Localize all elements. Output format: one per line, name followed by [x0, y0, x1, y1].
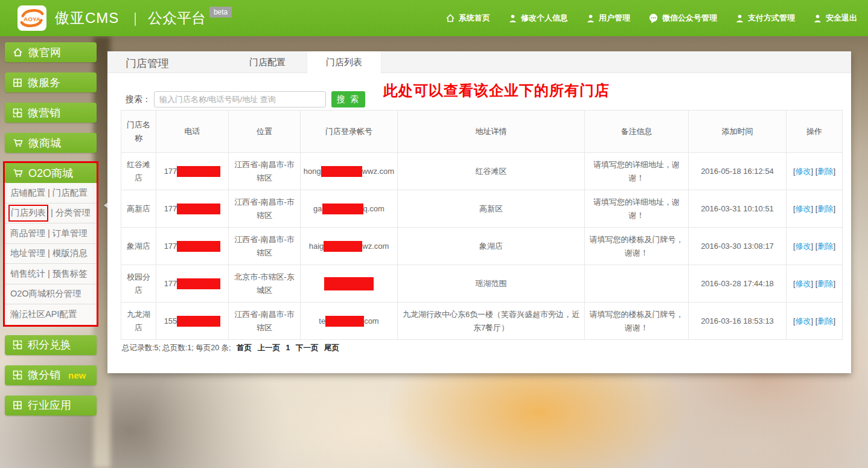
tab-store-list[interactable]: 门店列表: [307, 51, 381, 74]
grid-icon: [13, 78, 22, 88]
store-note: 请填写您的楼栋及门牌号，谢谢！: [585, 303, 689, 340]
nav-label: 用户管理: [599, 13, 630, 24]
row-actions: [修改] [删除]: [787, 303, 843, 340]
delete-link[interactable]: 删除: [817, 204, 833, 213]
nav-wechat-account-management[interactable]: 微信公众号管理: [648, 13, 717, 24]
search-input[interactable]: [154, 91, 326, 107]
nav-label: 安全退出: [826, 13, 857, 24]
pagination-page-1[interactable]: 1: [286, 344, 290, 352]
submenu-label: | 分类管理: [48, 207, 91, 219]
new-badge: new: [68, 370, 86, 380]
store-account: gaq.com: [301, 190, 398, 228]
cart-icon: [13, 138, 23, 148]
submenu-sales-presale[interactable]: 销售统计 | 预售标签: [5, 264, 97, 284]
modify-link[interactable]: 修改: [796, 316, 811, 325]
nav-system-home[interactable]: 系统首页: [445, 13, 490, 24]
store-address: 高新区: [398, 190, 585, 228]
nav-edit-profile[interactable]: 修改个人信息: [508, 13, 568, 24]
store-account: tecom: [301, 303, 398, 340]
panel-header: 门店管理 门店配置 门店列表: [107, 51, 851, 73]
pagination-last[interactable]: 尾页: [324, 344, 339, 352]
table-row: 高新店 177 江西省-南昌市-市辖区 gaq.com 高新区 请填写您的详细地…: [121, 190, 843, 228]
sync-icon: [13, 108, 22, 118]
sync-icon: [13, 370, 22, 380]
nav-label: 支付方式管理: [748, 13, 795, 24]
redacted-block: [177, 204, 220, 214]
store-add-time: 2016-03-28 17:44:18: [689, 265, 787, 303]
sidebar-item-micro-mall[interactable]: 微商城: [5, 133, 97, 153]
submenu-address-template[interactable]: 地址管理 | 模版消息: [5, 244, 97, 264]
redacted-block: [321, 166, 362, 177]
store-note: 请填写您的详细地址，谢谢！: [585, 190, 689, 228]
redacted-block: [177, 166, 220, 177]
col-note: 备注信息: [585, 111, 689, 153]
row-actions: [修改] [删除]: [787, 228, 843, 265]
store-name: 红谷滩店: [121, 153, 156, 190]
modify-link[interactable]: 修改: [796, 167, 811, 176]
store-name: 校园分店: [121, 265, 156, 303]
modify-link[interactable]: 修改: [796, 242, 811, 251]
submenu-product-order[interactable]: 商品管理 | 订单管理: [5, 223, 97, 244]
user-icon: [813, 14, 822, 23]
store-add-time: 2016-03-30 13:08:17: [689, 228, 787, 265]
sidebar-item-micro-distribution[interactable]: 微分销 new: [5, 365, 97, 385]
cart-icon: [13, 168, 23, 178]
submenu-shop-config[interactable]: 店铺配置 | 门店配置: [5, 183, 97, 204]
submenu-o2o-points[interactable]: O2O商城积分管理: [5, 284, 97, 305]
modify-link[interactable]: 修改: [796, 279, 811, 288]
pagination-first[interactable]: 首页: [237, 344, 252, 352]
pagination-next[interactable]: 下一页: [296, 344, 319, 352]
nav-logout[interactable]: 安全退出: [813, 13, 857, 24]
col-store-name: 门店名称: [121, 111, 156, 153]
sidebar-item-points-exchange[interactable]: 积分兑换: [5, 335, 97, 355]
o2o-submenu: 店铺配置 | 门店配置 门店列表 | 分类管理 商品管理 | 订单管理 地址管理…: [5, 183, 97, 325]
tab-store-config[interactable]: 门店配置: [228, 51, 307, 73]
delete-link[interactable]: 删除: [817, 167, 833, 176]
sidebar-item-label: 行业应用: [28, 398, 71, 412]
delete-link[interactable]: 删除: [817, 316, 833, 325]
store-address: 红谷滩区: [398, 153, 585, 190]
svg-text:AOYA: AOYA: [24, 16, 40, 22]
store-name: 象湖店: [121, 228, 156, 265]
store-phone: 177: [156, 190, 229, 228]
submenu-label: 瀚沄社区API配置: [10, 309, 77, 320]
store-note: [585, 265, 689, 303]
delete-link[interactable]: 删除: [817, 242, 833, 251]
sidebar: 微官网 微服务 微营销 微商城 O2O商城 店铺配置 | 门店配置 门店列表 |…: [5, 42, 97, 426]
home-icon: [445, 13, 455, 23]
table-row: 校园分店 177 北京市-市辖区-东城区 瑶湖范围 2016-03-28 17:…: [121, 265, 843, 303]
store-address: 瑶湖范围: [398, 265, 585, 303]
sidebar-item-micro-site[interactable]: 微官网: [5, 42, 97, 62]
submenu-label: 地址管理 | 模版消息: [10, 248, 88, 259]
store-phone: 177: [156, 153, 229, 190]
pagination-prev[interactable]: 上一页: [258, 344, 281, 352]
sidebar-item-micro-marketing[interactable]: 微营销: [5, 103, 97, 123]
sidebar-item-label: 微商城: [28, 136, 61, 150]
sidebar-item-micro-service[interactable]: 微服务: [5, 72, 97, 92]
chat-icon: [648, 13, 659, 24]
nav-label: 微信公众号管理: [662, 13, 717, 24]
store-location: 江西省-南昌市-市辖区: [229, 228, 301, 265]
user-icon: [508, 14, 517, 23]
store-account: [301, 265, 398, 303]
grid-icon: [13, 400, 22, 410]
user-icon: [735, 14, 744, 23]
sidebar-item-industry-apps[interactable]: 行业应用: [5, 396, 97, 415]
submenu-store-list[interactable]: 门店列表 | 分类管理: [5, 204, 97, 224]
store-add-time: 2016-03-31 10:10:51: [689, 190, 787, 228]
redacted-block: [324, 277, 374, 290]
store-name: 高新店: [121, 190, 156, 228]
nav-user-management[interactable]: 用户管理: [586, 13, 630, 24]
delete-link[interactable]: 删除: [817, 279, 833, 288]
submenu-hanyun-api[interactable]: 瀚沄社区API配置: [5, 304, 97, 325]
sidebar-item-o2o-mall[interactable]: O2O商城: [5, 163, 97, 183]
nav-payment-management[interactable]: 支付方式管理: [735, 13, 795, 24]
sidebar-item-label: 微服务: [28, 75, 60, 90]
sidebar-item-label: 微分销: [28, 368, 60, 382]
modify-link[interactable]: 修改: [796, 204, 811, 213]
col-phone: 电话: [156, 111, 229, 153]
store-address: 象湖店: [398, 228, 585, 265]
search-button[interactable]: 搜 索: [331, 91, 365, 107]
brand-divider: ｜: [129, 9, 142, 27]
col-login-account: 门店登录帐号: [301, 111, 398, 153]
